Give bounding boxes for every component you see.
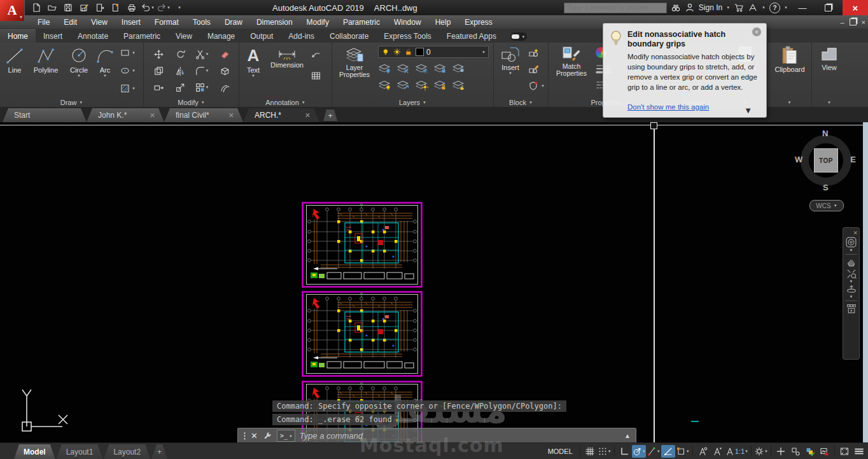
file-tab-john-k[interactable]: John K.*✕ xyxy=(87,108,164,122)
tab-view[interactable]: View xyxy=(168,30,200,43)
doc-minimize-button[interactable]: – xyxy=(840,18,844,26)
doc-close-button[interactable]: × xyxy=(862,18,865,26)
view-button[interactable]: View xyxy=(815,46,844,71)
orbit-icon[interactable] xyxy=(846,283,857,295)
file-tab-start[interactable]: Start xyxy=(3,108,87,122)
customize-wrench-icon[interactable] xyxy=(262,431,272,441)
graphics-performance-button[interactable] xyxy=(818,445,832,458)
command-input[interactable]: Type a command xyxy=(300,431,363,441)
ortho-button[interactable] xyxy=(617,445,631,458)
tab-output[interactable]: Output xyxy=(242,30,281,43)
layer-off-button[interactable] xyxy=(378,62,392,74)
doc-restore-button[interactable] xyxy=(850,18,857,25)
viewcube-east[interactable]: E xyxy=(850,155,856,164)
tab-home[interactable]: Home xyxy=(0,29,36,43)
store-cart-icon[interactable] xyxy=(734,3,744,13)
polyline-button[interactable]: Polyline xyxy=(28,46,64,74)
close-button[interactable]: × xyxy=(843,0,868,15)
tooltip-dismiss-link[interactable]: Don't show me this again xyxy=(627,103,709,111)
orbit-chevron-icon[interactable]: ▼ xyxy=(850,295,853,299)
tooltip-close-button[interactable]: × xyxy=(752,27,761,36)
ellipse-button[interactable]: ▼ xyxy=(120,66,136,76)
minimize-button[interactable]: — xyxy=(792,0,813,15)
zoom-icon[interactable] xyxy=(846,268,857,279)
offset-button[interactable] xyxy=(215,80,234,95)
redo-button[interactable]: ▼ xyxy=(157,1,171,14)
line-button[interactable]: Line xyxy=(3,46,27,74)
turn-on-all-layers-button[interactable] xyxy=(378,79,392,90)
menu-edit[interactable]: Edit xyxy=(57,18,84,27)
hatch-button[interactable]: ▼ xyxy=(120,83,136,94)
match-properties-button[interactable]: Match Properties xyxy=(551,46,592,77)
application-menu-button[interactable]: A ▼ xyxy=(0,0,25,21)
isometric-drafting-button[interactable]: ▼ xyxy=(647,445,661,458)
scale-button[interactable] xyxy=(171,80,190,95)
menu-view[interactable]: View xyxy=(84,18,115,27)
layer-properties-button[interactable]: Layer Properties xyxy=(333,46,375,78)
navbar-close-icon[interactable]: ✕ xyxy=(853,230,858,236)
annotation-panel-label[interactable]: Annotation▼ xyxy=(239,97,332,107)
edit-block-button[interactable] xyxy=(528,64,540,74)
array-button[interactable]: ▼ xyxy=(192,80,211,95)
plot-button[interactable] xyxy=(93,1,107,14)
explode-button[interactable] xyxy=(215,63,234,78)
annotation-scale-button[interactable]: 1:1▼ xyxy=(725,445,748,458)
navigation-wheel-icon[interactable] xyxy=(845,236,857,248)
file-tab-arch[interactable]: ARCH.*✕ xyxy=(243,108,319,122)
polar-tracking-button[interactable]: ▼ xyxy=(632,445,646,458)
drawing-canvas[interactable]: مستقل N W E S TOP WCS▼ ✕ ▼ ▼ ▼ xyxy=(0,122,868,442)
viewcube-top-face[interactable]: TOP xyxy=(814,148,838,173)
rectangle-button[interactable]: ▼ xyxy=(120,48,136,58)
customization-button[interactable] xyxy=(852,445,866,458)
make-current-layer-button[interactable] xyxy=(452,62,466,74)
stretch-button[interactable] xyxy=(149,80,168,95)
annotation-autoscale-button[interactable] xyxy=(710,445,724,458)
tab-featured-apps[interactable]: Featured Apps xyxy=(439,30,504,43)
search-input[interactable] xyxy=(564,3,667,13)
wheel-chevron-icon[interactable]: ▼ xyxy=(850,248,853,252)
tab-manage[interactable]: Manage xyxy=(200,30,242,43)
grip-handle[interactable] xyxy=(650,122,657,129)
new-drawing-tab-button[interactable]: + xyxy=(323,109,337,121)
text-button[interactable]: A Text▼ xyxy=(241,46,266,78)
print-button[interactable] xyxy=(125,1,139,14)
sign-in-chevron-icon[interactable]: ▼ xyxy=(726,6,730,10)
leader-button[interactable] xyxy=(311,49,321,59)
a360-chevron-icon[interactable]: ▼ xyxy=(762,6,766,10)
wcs-dropdown[interactable]: WCS▼ xyxy=(809,200,844,211)
rotate-button[interactable] xyxy=(171,46,190,62)
object-snap-button[interactable]: ▼ xyxy=(676,445,690,458)
tooltip-expand-arrow-icon[interactable]: ▼ xyxy=(744,106,752,115)
new-file-button[interactable] xyxy=(29,1,43,14)
layer-isolate-button[interactable] xyxy=(396,62,410,74)
circle-button[interactable]: Circle▼ xyxy=(65,46,93,78)
menu-file[interactable]: File xyxy=(31,18,57,27)
menu-format[interactable]: Format xyxy=(148,18,186,27)
view-panel-label[interactable]: ▼ xyxy=(812,97,846,107)
layer-freeze-button[interactable] xyxy=(415,62,429,74)
viewcube-south[interactable]: S xyxy=(823,183,829,192)
menu-window[interactable]: Window xyxy=(387,18,428,27)
publish-button[interactable] xyxy=(109,1,123,14)
save-button[interactable] xyxy=(61,1,75,14)
layout-tab-model[interactable]: Model xyxy=(14,444,55,459)
model-space-button[interactable]: MODEL xyxy=(543,445,577,458)
thaw-all-layers-button[interactable] xyxy=(415,79,429,90)
menu-tools[interactable]: Tools xyxy=(186,18,218,27)
close-tab-icon[interactable]: ✕ xyxy=(150,111,155,120)
dimension-button[interactable]: Dimension xyxy=(267,46,307,69)
menu-dimension[interactable]: Dimension xyxy=(249,18,300,27)
insert-block-button[interactable]: Insert▼ xyxy=(496,46,524,75)
unlock-layers-button[interactable] xyxy=(433,79,447,90)
menu-express[interactable]: Express xyxy=(458,18,499,27)
floorplan-sheet-3[interactable] xyxy=(299,291,423,378)
move-button[interactable] xyxy=(149,46,168,62)
block-panel-label[interactable]: Block▼ xyxy=(494,97,548,107)
layer-dropdown[interactable]: 0 ▼ xyxy=(378,46,489,58)
tab-express-tools[interactable]: Express Tools xyxy=(376,30,438,43)
copy-button[interactable] xyxy=(149,63,168,78)
viewcube-west[interactable]: W xyxy=(795,155,802,164)
annotation-monitor-button[interactable] xyxy=(774,445,788,458)
open-file-button[interactable] xyxy=(45,1,59,14)
undo-button[interactable]: ▼ xyxy=(141,1,155,14)
